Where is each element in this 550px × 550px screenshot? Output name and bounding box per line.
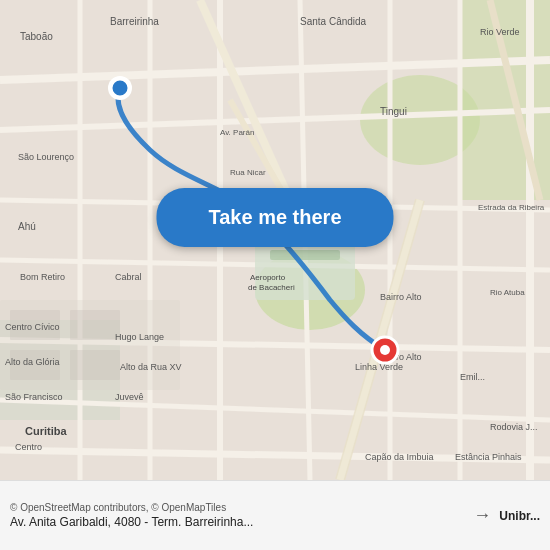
svg-text:Curitiba: Curitiba	[25, 425, 67, 437]
svg-text:Estrada da Ribeira: Estrada da Ribeira	[478, 203, 545, 212]
destination-marker	[372, 337, 398, 363]
svg-text:Rio Verde: Rio Verde	[480, 27, 520, 37]
svg-text:Capão da Imbuia: Capão da Imbuia	[365, 452, 434, 462]
svg-text:Barreirinha: Barreirinha	[110, 16, 159, 27]
svg-text:Centro Cívico: Centro Cívico	[5, 322, 60, 332]
svg-text:Cabral: Cabral	[115, 272, 142, 282]
svg-text:Ahú: Ahú	[18, 221, 36, 232]
svg-text:Rodovia J...: Rodovia J...	[490, 422, 538, 432]
svg-text:Rio Atuba: Rio Atuba	[490, 288, 525, 297]
svg-text:Alto da Rua XV: Alto da Rua XV	[120, 362, 182, 372]
svg-text:Rua Nicar: Rua Nicar	[230, 168, 266, 177]
svg-rect-27	[70, 310, 120, 340]
take-me-there-button[interactable]: Take me there	[156, 188, 393, 247]
svg-point-64	[380, 345, 390, 355]
origin-marker	[111, 79, 129, 97]
svg-text:Linha Verde: Linha Verde	[355, 362, 403, 372]
svg-text:Taboão: Taboão	[20, 31, 53, 42]
footer-bar: © OpenStreetMap contributors, © OpenMapT…	[0, 480, 550, 550]
route-origin-label: Av. Anita Garibaldi, 4080 - Term. Barrei…	[10, 515, 465, 529]
svg-text:Hugo Lange: Hugo Lange	[115, 332, 164, 342]
svg-text:de Bacacheri: de Bacacheri	[248, 283, 295, 292]
svg-text:Bom Retiro: Bom Retiro	[20, 272, 65, 282]
footer-route-info: © OpenStreetMap contributors, © OpenMapT…	[10, 502, 465, 529]
map-view: Taboão Barreirinha Santa Cândida Rio Ver…	[0, 0, 550, 480]
svg-text:Alto da Glória: Alto da Glória	[5, 357, 60, 367]
route-destination-label: Unibr...	[499, 509, 540, 523]
svg-text:Santa Cândida: Santa Cândida	[300, 16, 367, 27]
svg-text:Aeroporto: Aeroporto	[250, 273, 286, 282]
svg-text:Emil...: Emil...	[460, 372, 485, 382]
svg-text:São Lourenço: São Lourenço	[18, 152, 74, 162]
svg-text:Juvevê: Juvevê	[115, 392, 144, 402]
svg-rect-29	[70, 350, 120, 380]
svg-text:Bairro Alto: Bairro Alto	[380, 292, 422, 302]
svg-text:Av. Parán: Av. Parán	[220, 128, 254, 137]
arrow-right-icon: →	[473, 505, 491, 526]
svg-text:Estância Pinhais: Estância Pinhais	[455, 452, 522, 462]
svg-rect-31	[270, 250, 340, 260]
svg-text:Tingui: Tingui	[380, 106, 407, 117]
svg-text:São Francisco: São Francisco	[5, 392, 63, 402]
osm-attribution: © OpenStreetMap contributors, © OpenMapT…	[10, 502, 465, 513]
svg-text:Centro: Centro	[15, 442, 42, 452]
